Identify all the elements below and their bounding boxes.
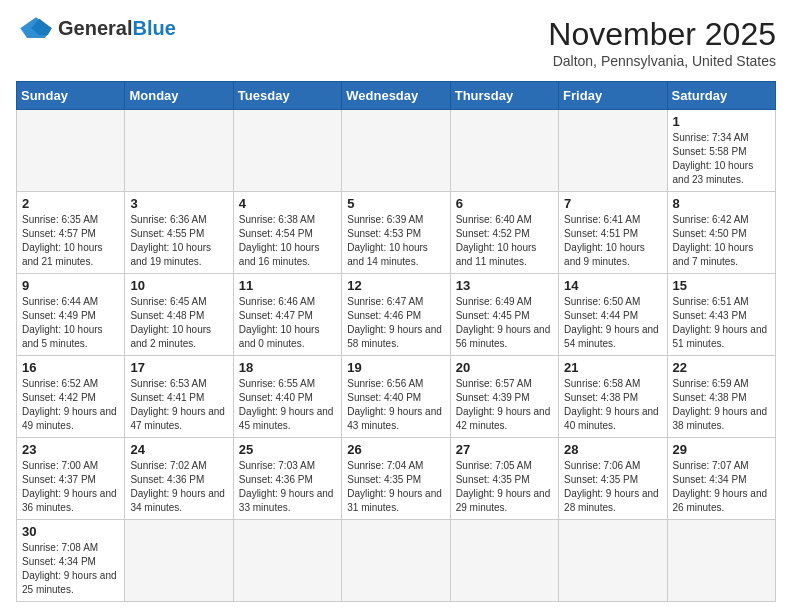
calendar-day-cell: 22Sunrise: 6:59 AM Sunset: 4:38 PM Dayli… (667, 356, 775, 438)
day-info: Sunrise: 6:36 AM Sunset: 4:55 PM Dayligh… (130, 213, 227, 269)
day-info: Sunrise: 6:47 AM Sunset: 4:46 PM Dayligh… (347, 295, 444, 351)
weekday-header-wednesday: Wednesday (342, 82, 450, 110)
day-number: 9 (22, 278, 119, 293)
calendar-day-cell: 15Sunrise: 6:51 AM Sunset: 4:43 PM Dayli… (667, 274, 775, 356)
weekday-header-friday: Friday (559, 82, 667, 110)
day-number: 20 (456, 360, 553, 375)
day-info: Sunrise: 6:55 AM Sunset: 4:40 PM Dayligh… (239, 377, 336, 433)
day-number: 18 (239, 360, 336, 375)
calendar-day-cell (17, 110, 125, 192)
calendar-day-cell (450, 520, 558, 602)
day-info: Sunrise: 6:49 AM Sunset: 4:45 PM Dayligh… (456, 295, 553, 351)
day-number: 11 (239, 278, 336, 293)
calendar-day-cell (450, 110, 558, 192)
calendar-day-cell (125, 110, 233, 192)
calendar-day-cell: 9Sunrise: 6:44 AM Sunset: 4:49 PM Daylig… (17, 274, 125, 356)
calendar-day-cell: 27Sunrise: 7:05 AM Sunset: 4:35 PM Dayli… (450, 438, 558, 520)
day-number: 16 (22, 360, 119, 375)
day-number: 5 (347, 196, 444, 211)
day-number: 13 (456, 278, 553, 293)
day-number: 17 (130, 360, 227, 375)
day-info: Sunrise: 6:50 AM Sunset: 4:44 PM Dayligh… (564, 295, 661, 351)
day-number: 19 (347, 360, 444, 375)
day-info: Sunrise: 6:52 AM Sunset: 4:42 PM Dayligh… (22, 377, 119, 433)
day-number: 14 (564, 278, 661, 293)
calendar-week-row: 9Sunrise: 6:44 AM Sunset: 4:49 PM Daylig… (17, 274, 776, 356)
day-number: 27 (456, 442, 553, 457)
calendar-day-cell (559, 110, 667, 192)
calendar-day-cell: 25Sunrise: 7:03 AM Sunset: 4:36 PM Dayli… (233, 438, 341, 520)
day-info: Sunrise: 7:07 AM Sunset: 4:34 PM Dayligh… (673, 459, 770, 515)
calendar-day-cell: 17Sunrise: 6:53 AM Sunset: 4:41 PM Dayli… (125, 356, 233, 438)
calendar-day-cell: 6Sunrise: 6:40 AM Sunset: 4:52 PM Daylig… (450, 192, 558, 274)
day-number: 12 (347, 278, 444, 293)
weekday-header-saturday: Saturday (667, 82, 775, 110)
calendar-day-cell: 18Sunrise: 6:55 AM Sunset: 4:40 PM Dayli… (233, 356, 341, 438)
day-number: 29 (673, 442, 770, 457)
calendar-day-cell: 12Sunrise: 6:47 AM Sunset: 4:46 PM Dayli… (342, 274, 450, 356)
calendar-table: SundayMondayTuesdayWednesdayThursdayFrid… (16, 81, 776, 602)
day-info: Sunrise: 6:41 AM Sunset: 4:51 PM Dayligh… (564, 213, 661, 269)
calendar-day-cell: 5Sunrise: 6:39 AM Sunset: 4:53 PM Daylig… (342, 192, 450, 274)
day-info: Sunrise: 6:56 AM Sunset: 4:40 PM Dayligh… (347, 377, 444, 433)
calendar-day-cell: 30Sunrise: 7:08 AM Sunset: 4:34 PM Dayli… (17, 520, 125, 602)
title-area: November 2025 Dalton, Pennsylvania, Unit… (548, 16, 776, 69)
day-number: 1 (673, 114, 770, 129)
day-info: Sunrise: 6:40 AM Sunset: 4:52 PM Dayligh… (456, 213, 553, 269)
day-info: Sunrise: 7:00 AM Sunset: 4:37 PM Dayligh… (22, 459, 119, 515)
calendar-day-cell: 1Sunrise: 7:34 AM Sunset: 5:58 PM Daylig… (667, 110, 775, 192)
calendar-day-cell: 8Sunrise: 6:42 AM Sunset: 4:50 PM Daylig… (667, 192, 775, 274)
calendar-day-cell (667, 520, 775, 602)
calendar-day-cell: 28Sunrise: 7:06 AM Sunset: 4:35 PM Dayli… (559, 438, 667, 520)
calendar-day-cell: 14Sunrise: 6:50 AM Sunset: 4:44 PM Dayli… (559, 274, 667, 356)
day-info: Sunrise: 6:38 AM Sunset: 4:54 PM Dayligh… (239, 213, 336, 269)
day-number: 8 (673, 196, 770, 211)
calendar-day-cell: 16Sunrise: 6:52 AM Sunset: 4:42 PM Dayli… (17, 356, 125, 438)
calendar-day-cell: 11Sunrise: 6:46 AM Sunset: 4:47 PM Dayli… (233, 274, 341, 356)
calendar-day-cell (342, 110, 450, 192)
calendar-day-cell: 20Sunrise: 6:57 AM Sunset: 4:39 PM Dayli… (450, 356, 558, 438)
day-number: 7 (564, 196, 661, 211)
location-subtitle: Dalton, Pennsylvania, United States (548, 53, 776, 69)
calendar-day-cell: 2Sunrise: 6:35 AM Sunset: 4:57 PM Daylig… (17, 192, 125, 274)
calendar-day-cell: 10Sunrise: 6:45 AM Sunset: 4:48 PM Dayli… (125, 274, 233, 356)
day-number: 26 (347, 442, 444, 457)
day-info: Sunrise: 6:57 AM Sunset: 4:39 PM Dayligh… (456, 377, 553, 433)
calendar-week-row: 23Sunrise: 7:00 AM Sunset: 4:37 PM Dayli… (17, 438, 776, 520)
day-info: Sunrise: 7:08 AM Sunset: 4:34 PM Dayligh… (22, 541, 119, 597)
day-number: 22 (673, 360, 770, 375)
weekday-header-sunday: Sunday (17, 82, 125, 110)
logo-text: GeneralBlue (58, 17, 176, 40)
day-info: Sunrise: 7:03 AM Sunset: 4:36 PM Dayligh… (239, 459, 336, 515)
calendar-day-cell: 24Sunrise: 7:02 AM Sunset: 4:36 PM Dayli… (125, 438, 233, 520)
calendar-day-cell: 21Sunrise: 6:58 AM Sunset: 4:38 PM Dayli… (559, 356, 667, 438)
day-info: Sunrise: 7:02 AM Sunset: 4:36 PM Dayligh… (130, 459, 227, 515)
logo-area: GeneralBlue (16, 16, 176, 40)
calendar-day-cell: 29Sunrise: 7:07 AM Sunset: 4:34 PM Dayli… (667, 438, 775, 520)
day-number: 23 (22, 442, 119, 457)
day-info: Sunrise: 6:46 AM Sunset: 4:47 PM Dayligh… (239, 295, 336, 351)
calendar-day-cell (125, 520, 233, 602)
calendar-day-cell: 23Sunrise: 7:00 AM Sunset: 4:37 PM Dayli… (17, 438, 125, 520)
calendar-day-cell (342, 520, 450, 602)
calendar-day-cell (233, 110, 341, 192)
day-info: Sunrise: 6:44 AM Sunset: 4:49 PM Dayligh… (22, 295, 119, 351)
calendar-day-cell (233, 520, 341, 602)
day-info: Sunrise: 6:58 AM Sunset: 4:38 PM Dayligh… (564, 377, 661, 433)
day-info: Sunrise: 6:45 AM Sunset: 4:48 PM Dayligh… (130, 295, 227, 351)
calendar-day-cell: 7Sunrise: 6:41 AM Sunset: 4:51 PM Daylig… (559, 192, 667, 274)
day-info: Sunrise: 7:05 AM Sunset: 4:35 PM Dayligh… (456, 459, 553, 515)
weekday-header-thursday: Thursday (450, 82, 558, 110)
weekday-header-tuesday: Tuesday (233, 82, 341, 110)
day-number: 10 (130, 278, 227, 293)
day-number: 28 (564, 442, 661, 457)
day-info: Sunrise: 7:06 AM Sunset: 4:35 PM Dayligh… (564, 459, 661, 515)
calendar-week-row: 30Sunrise: 7:08 AM Sunset: 4:34 PM Dayli… (17, 520, 776, 602)
day-info: Sunrise: 6:51 AM Sunset: 4:43 PM Dayligh… (673, 295, 770, 351)
calendar-week-row: 2Sunrise: 6:35 AM Sunset: 4:57 PM Daylig… (17, 192, 776, 274)
day-number: 4 (239, 196, 336, 211)
day-info: Sunrise: 6:59 AM Sunset: 4:38 PM Dayligh… (673, 377, 770, 433)
calendar-week-row: 1Sunrise: 7:34 AM Sunset: 5:58 PM Daylig… (17, 110, 776, 192)
calendar-week-row: 16Sunrise: 6:52 AM Sunset: 4:42 PM Dayli… (17, 356, 776, 438)
day-info: Sunrise: 6:53 AM Sunset: 4:41 PM Dayligh… (130, 377, 227, 433)
